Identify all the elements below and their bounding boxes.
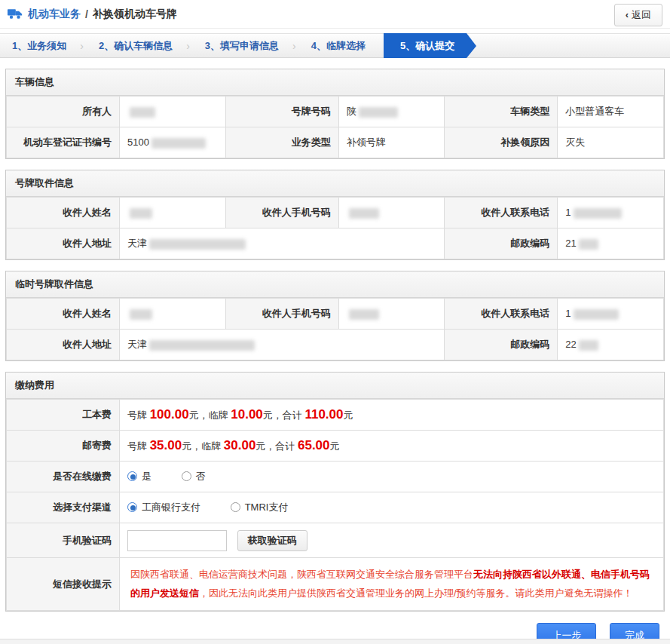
table-row: 机动车登记证书编号 5100 业务类型 补领号牌 补换领原因 灭失 — [7, 127, 664, 158]
recipient-mobile-value — [338, 299, 445, 330]
table-row: 工本费 号牌 100.00元，临牌 10.00元，合计 110.00元 — [7, 400, 664, 431]
postal-code-label: 邮政编码 — [445, 330, 558, 360]
table-row: 所有人 号牌号码 陕 车辆类型 小型普通客车 — [7, 97, 664, 127]
breadcrumb-business-category[interactable]: 机动车业务 — [28, 8, 81, 21]
table-row: 选择支付渠道 工商银行支付 TMRI支付 — [7, 492, 664, 523]
table-row: 邮寄费 号牌 35.00元，临牌 30.00元，合计 65.00元 — [7, 431, 664, 462]
postage-fee-value: 号牌 35.00元，临牌 30.00元，合计 65.00元 — [120, 431, 664, 462]
table-row: 收件人姓名 收件人手机号码 收件人联系电话 1 — [7, 198, 664, 228]
replace-reason-value: 灭失 — [558, 127, 664, 158]
step-2-confirm-vehicle: 2、确认车辆信息 — [99, 39, 173, 53]
owner-value — [120, 97, 226, 127]
recipient-address-value: 天津 — [120, 228, 445, 259]
online-payment-options: 是 否 — [120, 462, 664, 492]
redacted-value — [579, 239, 598, 250]
page-title: 补换领机动车号牌 — [93, 8, 177, 21]
step-1-notice: 1、业务须知 — [12, 39, 66, 53]
table-row: 手机验证码 获取验证码 — [7, 523, 664, 558]
redacted-value — [130, 309, 152, 320]
truck-icon — [8, 8, 23, 20]
recipient-name-label: 收件人姓名 — [7, 198, 120, 228]
sms-notice-text: 因陕西省联通、电信运营商技术问题，陕西省互联网交通安全综合服务管理平台无法向持陕… — [120, 558, 664, 611]
back-button[interactable]: ‹返回 — [614, 4, 662, 26]
recipient-name-label: 收件人姓名 — [7, 299, 120, 330]
business-type-value: 补领号牌 — [338, 127, 445, 158]
recipient-address-label: 收件人地址 — [7, 228, 120, 259]
sms-notice-part3: ，因此无法向此类用户提供陕西省交通管理业务的网上办理/预约等服务。请此类用户避免… — [199, 587, 633, 599]
redacted-value — [349, 309, 379, 320]
recipient-phone-value: 1 — [558, 198, 664, 228]
online-payment-no-radio[interactable]: 否 — [182, 470, 206, 483]
table-row: 收件人地址 天津 邮政编码 21 — [7, 228, 664, 259]
postage-fee-total-amount: 65.00 — [298, 438, 330, 452]
back-button-label: 返回 — [632, 9, 651, 20]
step-separator-icon: › — [80, 40, 84, 52]
redacted-value — [130, 208, 152, 219]
temp-plate-pickup-table: 收件人姓名 收件人手机号码 收件人联系电话 1 收件人地址 天津 邮政编码 22 — [6, 298, 664, 360]
fees-section: 缴纳费用 工本费 号牌 100.00元，临牌 10.00元，合计 110.00元… — [5, 372, 665, 612]
recipient-phone-value: 1 — [558, 299, 664, 330]
postage-fee-plate-amount: 35.00 — [150, 438, 182, 452]
channel-icbc-radio[interactable]: 工商银行支付 — [127, 501, 200, 514]
back-chevron-icon: ‹ — [626, 9, 629, 20]
online-payment-label: 是否在线缴费 — [7, 462, 120, 492]
table-row: 收件人姓名 收件人手机号码 收件人联系电话 1 — [7, 299, 664, 330]
redacted-value — [149, 340, 255, 351]
redacted-value — [130, 107, 155, 118]
redacted-value — [349, 208, 379, 219]
payment-channel-options: 工商银行支付 TMRI支付 — [120, 492, 664, 523]
page-footer-strip — [0, 639, 670, 644]
recipient-name-value — [120, 299, 226, 330]
fees-table: 工本费 号牌 100.00元，临牌 10.00元，合计 110.00元 邮寄费 … — [6, 399, 664, 611]
sms-notice-label: 短信接收提示 — [7, 558, 120, 611]
recipient-address-label: 收件人地址 — [7, 330, 120, 360]
step-separator-icon: › — [292, 40, 296, 52]
replace-reason-label: 补换领原因 — [445, 127, 558, 158]
radio-unselected-icon — [231, 502, 240, 512]
fees-title: 缴纳费用 — [6, 373, 664, 399]
online-payment-yes-radio[interactable]: 是 — [127, 470, 151, 483]
postal-code-value: 22 — [558, 330, 664, 360]
plate-pickup-title: 号牌取件信息 — [6, 170, 664, 197]
work-fee-label: 工本费 — [7, 400, 120, 431]
sms-notice-part1: 因陕西省联通、电信运营商技术问题，陕西省互联网交通安全综合服务管理平台 — [130, 569, 473, 580]
step-5-confirm-submit-active: 5、确认提交 — [384, 33, 467, 58]
get-sms-code-button[interactable]: 获取验证码 — [237, 530, 307, 551]
sms-code-label: 手机验证码 — [7, 523, 120, 558]
redacted-value — [359, 107, 398, 118]
online-payment-no-label: 否 — [196, 470, 206, 483]
plate-pickup-section: 号牌取件信息 收件人姓名 收件人手机号码 收件人联系电话 1 收件人地址 天津 … — [5, 170, 665, 260]
redacted-value — [579, 340, 598, 351]
step-separator-icon: › — [186, 40, 190, 52]
vehicle-type-label: 车辆类型 — [445, 97, 558, 127]
recipient-mobile-value — [338, 198, 445, 228]
registration-cert-label: 机动车登记证书编号 — [7, 127, 120, 158]
plate-number-label: 号牌号码 — [225, 97, 338, 127]
channel-tmri-radio[interactable]: TMRI支付 — [231, 501, 289, 514]
radio-selected-icon — [127, 471, 137, 481]
work-fee-plate-amount: 100.00 — [150, 407, 189, 422]
recipient-phone-label: 收件人联系电话 — [445, 198, 558, 228]
business-type-label: 业务类型 — [225, 127, 338, 158]
plate-number-value: 陕 — [338, 97, 445, 127]
postal-code-label: 邮政编码 — [445, 228, 558, 259]
recipient-address-value: 天津 — [120, 330, 445, 360]
vehicle-info-title: 车辆信息 — [6, 69, 664, 96]
table-row: 短信接收提示 因陕西省联通、电信运营商技术问题，陕西省互联网交通安全综合服务管理… — [7, 558, 664, 611]
page-header: 机动车业务 / 补换领机动车号牌 ‹返回 — [0, 0, 670, 29]
redacted-value — [574, 309, 619, 320]
work-fee-temp-amount: 10.00 — [231, 407, 263, 422]
owner-label: 所有人 — [7, 97, 120, 127]
temp-plate-pickup-section: 临时号牌取件信息 收件人姓名 收件人手机号码 收件人联系电话 1 收件人地址 天… — [5, 271, 665, 361]
radio-unselected-icon — [182, 471, 191, 481]
table-row: 收件人地址 天津 邮政编码 22 — [7, 330, 664, 360]
channel-icbc-label: 工商银行支付 — [142, 501, 200, 514]
redacted-value — [151, 138, 206, 149]
vehicle-info-section: 车辆信息 所有人 号牌号码 陕 车辆类型 小型普通客车 机动车登记证书编号 51… — [5, 69, 665, 159]
sms-code-input[interactable] — [127, 530, 227, 551]
breadcrumb-separator: / — [85, 8, 88, 20]
recipient-mobile-label: 收件人手机号码 — [225, 198, 338, 228]
redacted-value — [574, 208, 622, 219]
vehicle-type-value: 小型普通客车 — [558, 97, 664, 127]
radio-selected-icon — [127, 502, 137, 512]
